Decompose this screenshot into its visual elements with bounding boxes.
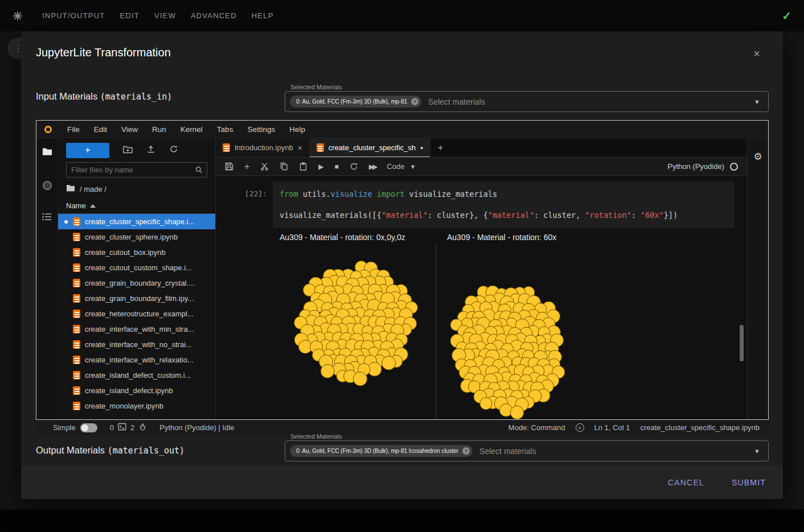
file-item[interactable]: create_grain_boundary_crystal....	[58, 275, 215, 291]
output-titles: Au309 - Material - rotation: 0x,0y,0z Au…	[273, 233, 747, 242]
name-column-header[interactable]: Name	[58, 199, 215, 214]
jupyter-menu-settings[interactable]: Settings	[247, 125, 275, 134]
notebook-icon	[73, 217, 80, 226]
material-chip-label: 0: Au, Gold, FCC (Fm-3m) 3D (Bulk), mp-8…	[296, 448, 458, 454]
jupyter-menu-edit[interactable]: Edit	[94, 125, 107, 134]
file-browser-icon[interactable]	[42, 147, 52, 158]
tab-close-icon[interactable]: ×	[298, 143, 302, 152]
name-header-label: Name	[66, 201, 86, 210]
file-item[interactable]: create_cutout_custom_shape.i...	[58, 260, 215, 275]
file-item-selected[interactable]: create_cluster_specific_shape.i...	[58, 214, 215, 229]
gear-icon[interactable]: ⚙	[753, 151, 762, 163]
notebook-icon	[73, 371, 80, 380]
menu-item-help[interactable]: HELP	[252, 11, 274, 20]
file-name: create_grain_boundary_crystal....	[85, 279, 195, 287]
select-placeholder: Select materials	[428, 97, 485, 106]
notebook-main-area: Introduction.ipynb × create_cluster_spec…	[216, 138, 747, 419]
new-launcher-button[interactable]: +	[66, 143, 109, 158]
menu-item-view[interactable]: VIEW	[154, 11, 176, 20]
tab-label: Introduction.ipynb	[235, 143, 293, 152]
output-materials-select[interactable]: 0: Au, Gold, FCC (Fm-3m) 3D (Bulk), mp-8…	[285, 440, 769, 461]
file-item[interactable]: create_interface_with_no_strai...	[58, 337, 215, 352]
run-cell-icon[interactable]: ▶	[318, 163, 323, 171]
tab-introduction[interactable]: Introduction.ipynb ×	[216, 138, 310, 157]
jupyter-menu-run[interactable]: Run	[152, 125, 166, 134]
cell-type-dropdown[interactable]: Code ▼	[387, 162, 416, 171]
running-sessions-icon[interactable]	[43, 181, 52, 190]
file-item[interactable]: create_interface_with_relaxatio...	[58, 352, 215, 368]
file-item[interactable]: create_island_defect_custom.i...	[58, 368, 215, 383]
file-item[interactable]: create_cluster_sphere.ipynb	[58, 229, 215, 245]
right-rail: ⚙	[747, 138, 768, 419]
kernel-indicator[interactable]: Python (Pyodide)	[667, 162, 738, 171]
menu-item-input-output[interactable]: INPUT/OUTPUT	[42, 11, 105, 20]
notebook-icon	[73, 356, 80, 364]
stop-kernel-icon[interactable]: ■	[335, 163, 339, 171]
output-title-left: Au309 - Material - rotation: 0x,0y,0z	[273, 233, 436, 242]
dropdown-caret-icon[interactable]: ▼	[754, 98, 760, 105]
select-placeholder: Select materials	[479, 447, 536, 456]
session-counts[interactable]: 0 2	[110, 423, 147, 433]
cell-output: Au309 - Material - rotation: 0x,0y,0z Au…	[273, 233, 747, 419]
check-icon[interactable]: ✓	[782, 9, 791, 23]
jupyter-menu-file[interactable]: File	[67, 125, 80, 134]
output-title-right: Au309 - Material - rotation: 60x	[436, 233, 556, 242]
cell-prompt: [22]:	[216, 182, 273, 228]
jupyterlab-frame: File Edit View Run Kernel Tabs Settings …	[36, 120, 769, 420]
new-folder-icon[interactable]	[123, 145, 133, 156]
filter-files-input[interactable]	[66, 162, 207, 178]
menu-item-advanced[interactable]: ADVANCED	[191, 11, 237, 20]
jupyter-menu-view[interactable]: View	[121, 125, 138, 134]
bottom-strip	[0, 509, 804, 532]
bug-icon	[138, 423, 147, 433]
table-of-contents-icon[interactable]	[42, 213, 52, 223]
refresh-icon[interactable]	[169, 145, 178, 156]
save-icon[interactable]	[225, 162, 233, 171]
jupyter-menu-help[interactable]: Help	[289, 125, 305, 134]
mode-indicator: Mode: Command	[508, 423, 565, 432]
file-item[interactable]: create_island_defect.ipynb	[58, 383, 215, 398]
upload-icon[interactable]	[146, 145, 155, 156]
input-materials-select[interactable]: 0: Au, Gold, FCC (Fm-3m) 3D (Bulk), mp-8…	[285, 91, 769, 112]
copy-cell-icon[interactable]	[280, 162, 288, 171]
jupyter-menu-kernel[interactable]: Kernel	[181, 125, 203, 134]
menu-item-edit[interactable]: EDIT	[120, 11, 139, 20]
cancel-button[interactable]: CANCEL	[668, 478, 704, 487]
chip-remove-icon[interactable]: ×	[462, 447, 470, 455]
restart-run-all-icon[interactable]: ▶▶	[369, 163, 376, 171]
app-bar: INPUT/OUTPUT EDIT VIEW ADVANCED HELP ✓	[0, 0, 804, 31]
tab-create-cluster-specific-shape[interactable]: create_cluster_specific_sh ●	[310, 138, 431, 157]
file-item[interactable]: create_cutout_box.ipynb	[58, 245, 215, 260]
close-icon[interactable]: ×	[753, 47, 760, 60]
insert-cell-icon[interactable]: +	[244, 162, 249, 172]
breadcrumb[interactable]: / made /	[58, 182, 215, 199]
dialog-footer: CANCEL SUBMIT	[21, 465, 783, 499]
file-browser-panel: +	[58, 138, 216, 419]
cut-cell-icon[interactable]	[260, 162, 269, 171]
paste-cell-icon[interactable]	[299, 162, 307, 171]
file-item[interactable]: create_heterostructure_exampl...	[58, 306, 215, 321]
restart-kernel-icon[interactable]	[350, 162, 358, 171]
simple-toggle[interactable]	[80, 423, 97, 432]
file-item[interactable]: create_monolayer.ipynb	[58, 398, 215, 414]
sort-caret-icon	[90, 204, 96, 208]
app-menu: INPUT/OUTPUT EDIT VIEW ADVANCED HELP	[42, 11, 274, 20]
submit-button[interactable]: SUBMIT	[732, 478, 766, 487]
cell-editor[interactable]: from utils.visualize import visualize_ma…	[273, 182, 735, 228]
code-cell[interactable]: [22]: from utils.visualize import visual…	[216, 182, 747, 228]
status-bar: Simple 0 2 Python (Pyodide) | Idle Mode:…	[36, 420, 769, 435]
notebook-icon	[73, 233, 80, 241]
dropdown-caret-icon[interactable]: ▼	[754, 448, 760, 455]
file-item[interactable]: create_interface_with_min_stra...	[58, 321, 215, 337]
file-item[interactable]: create_grain_boundary_film.ipy...	[58, 291, 215, 306]
file-name: create_monolayer.ipynb	[85, 402, 163, 410]
output-plots	[273, 244, 747, 419]
material-chip[interactable]: 0: Au, Gold, FCC (Fm-3m) 3D (Bulk), mp-8…	[290, 96, 421, 108]
jupyter-menu-tabs[interactable]: Tabs	[217, 125, 233, 134]
scrollbar-thumb[interactable]	[740, 325, 744, 361]
new-tab-button[interactable]: +	[430, 138, 450, 157]
left-activity-rail	[36, 138, 58, 419]
material-chip[interactable]: 0: Au, Gold, FCC (Fm-3m) 3D (Bulk), mp-8…	[290, 445, 473, 457]
kernel-name: Python (Pyodide)	[667, 162, 724, 171]
chip-remove-icon[interactable]: ×	[411, 98, 419, 105]
